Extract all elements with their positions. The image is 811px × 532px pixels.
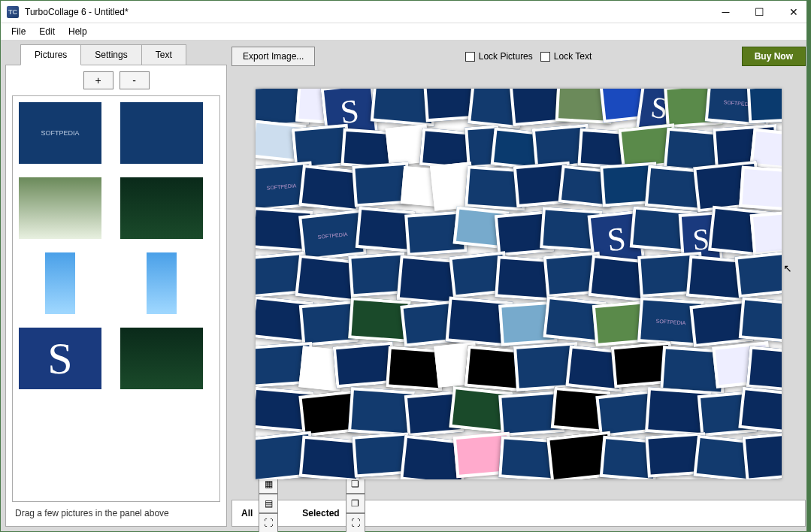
checkbox-icon xyxy=(540,52,550,62)
fit-icon[interactable]: ⛶ xyxy=(259,513,278,532)
tab-settings[interactable]: Settings xyxy=(80,44,141,65)
checkbox-icon xyxy=(465,52,475,62)
thumbnail[interactable] xyxy=(45,252,75,314)
tab-text[interactable]: Text xyxy=(141,44,186,65)
toolbar-bottom: All ⟲✶▦▤⛶✥=0° Selected ✕▭◫❏❐⛶✥0°↶↷ xyxy=(231,500,806,527)
collage-tile[interactable] xyxy=(743,432,782,479)
collage-tile[interactable] xyxy=(747,89,782,124)
minimize-button[interactable]: ─ xyxy=(709,1,743,23)
fit-sel-icon[interactable]: ⛶ xyxy=(346,513,365,532)
left-panel: Pictures Settings Text + - SOFTPEDIAS Dr… xyxy=(5,44,227,527)
thumbnail[interactable] xyxy=(19,177,101,239)
collage-tile[interactable] xyxy=(739,166,782,210)
export-button[interactable]: Export Image... xyxy=(231,47,315,66)
menu-edit[interactable]: Edit xyxy=(33,25,61,38)
thumbnail-list[interactable]: SOFTPEDIAS xyxy=(12,95,220,502)
collage-tile[interactable] xyxy=(750,211,782,256)
collage-tile[interactable] xyxy=(738,387,782,433)
add-remove-buttons: + - xyxy=(12,71,220,89)
add-picture-button[interactable]: + xyxy=(83,71,113,89)
body-area: Pictures Settings Text + - SOFTPEDIAS Dr… xyxy=(1,40,810,531)
thumbnail[interactable] xyxy=(120,177,203,239)
thumbnail[interactable]: S xyxy=(19,328,101,389)
titlebar[interactable]: TC TurboCollage 6 - Untitled* ─ ☐ ✕ xyxy=(1,1,810,23)
remove-picture-button[interactable]: - xyxy=(120,71,150,89)
menu-help[interactable]: Help xyxy=(62,25,93,38)
collage-tile[interactable] xyxy=(739,297,782,342)
grid-alt-icon[interactable]: ▤ xyxy=(259,494,278,513)
toolbar-top: Export Image... Lock Pictures Lock Text … xyxy=(231,44,806,68)
send-back-icon[interactable]: ❐ xyxy=(346,494,365,513)
tab-body-pictures: + - SOFTPEDIAS Drag a few pictures in th… xyxy=(5,65,227,527)
app-icon: TC xyxy=(7,6,19,18)
collage-tile[interactable] xyxy=(746,346,782,391)
menu-file[interactable]: File xyxy=(5,25,32,38)
collage-tile[interactable] xyxy=(734,251,782,298)
hint-text: Drag a few pictures in the panel above xyxy=(12,502,220,520)
collage-canvas[interactable]: SSSOFTPEDIASOFTPEDIASOFTPEDIASSSOFTPEDIA xyxy=(256,89,782,479)
toolbar-all-label: All xyxy=(241,508,253,518)
lock-text-label: Lock Text xyxy=(554,51,592,62)
right-panel: Export Image... Lock Pictures Lock Text … xyxy=(231,44,806,527)
tabs: Pictures Settings Text xyxy=(20,44,227,65)
toolbar-selected-label: Selected xyxy=(302,508,339,518)
tab-pictures[interactable]: Pictures xyxy=(20,44,81,65)
close-button[interactable]: ✕ xyxy=(776,1,810,23)
window-title: TurboCollage 6 - Untitled* xyxy=(25,7,709,17)
thumbnail[interactable]: SOFTPEDIA xyxy=(19,102,101,164)
buy-now-button[interactable]: Buy Now xyxy=(742,47,806,66)
lock-text-checkbox[interactable]: Lock Text xyxy=(540,51,592,62)
canvas-area: SSSOFTPEDIASOFTPEDIASOFTPEDIASSSOFTPEDIA xyxy=(231,73,806,495)
window-controls: ─ ☐ ✕ xyxy=(709,1,810,23)
thumbnail[interactable] xyxy=(147,252,177,314)
thumbnail[interactable] xyxy=(120,102,203,164)
app-window: TC TurboCollage 6 - Untitled* ─ ☐ ✕ File… xyxy=(0,0,811,532)
menubar: File Edit Help xyxy=(1,23,810,40)
thumbnail[interactable] xyxy=(120,328,203,389)
window-border xyxy=(806,1,810,531)
maximize-button[interactable]: ☐ xyxy=(743,1,776,23)
lock-pictures-label: Lock Pictures xyxy=(479,51,533,62)
lock-pictures-checkbox[interactable]: Lock Pictures xyxy=(465,51,533,62)
